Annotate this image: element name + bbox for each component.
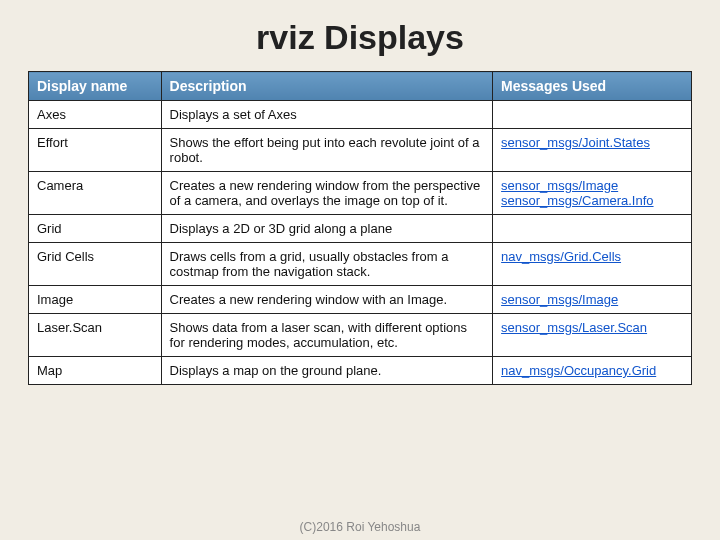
cell-messages: sensor_msgs/Joint.States (493, 129, 692, 172)
cell-messages (493, 215, 692, 243)
cell-messages: nav_msgs/Occupancy.Grid (493, 357, 692, 385)
cell-display-name: Grid (29, 215, 162, 243)
header-desc: Description (161, 72, 493, 101)
cell-display-name: Effort (29, 129, 162, 172)
table-row: Grid CellsDraws cells from a grid, usual… (29, 243, 692, 286)
cell-messages: nav_msgs/Grid.Cells (493, 243, 692, 286)
table-row: EffortShows the effort being put into ea… (29, 129, 692, 172)
cell-display-name: Laser.Scan (29, 314, 162, 357)
message-link[interactable]: sensor_msgs/Image (501, 178, 683, 193)
table-row: CameraCreates a new rendering window fro… (29, 172, 692, 215)
cell-messages: sensor_msgs/Imagesensor_msgs/Camera.Info (493, 172, 692, 215)
message-link[interactable]: nav_msgs/Occupancy.Grid (501, 363, 683, 378)
header-msgs: Messages Used (493, 72, 692, 101)
message-link[interactable]: sensor_msgs/Joint.States (501, 135, 683, 150)
cell-messages (493, 101, 692, 129)
table-header-row: Display name Description Messages Used (29, 72, 692, 101)
table-container: Display name Description Messages Used A… (28, 71, 692, 385)
message-link[interactable]: sensor_msgs/Image (501, 292, 683, 307)
cell-messages: sensor_msgs/Image (493, 286, 692, 314)
cell-display-name: Grid Cells (29, 243, 162, 286)
header-name: Display name (29, 72, 162, 101)
table-row: MapDisplays a map on the ground plane.na… (29, 357, 692, 385)
message-link[interactable]: sensor_msgs/Laser.Scan (501, 320, 683, 335)
cell-description: Creates a new rendering window with an I… (161, 286, 493, 314)
cell-display-name: Image (29, 286, 162, 314)
table-row: ImageCreates a new rendering window with… (29, 286, 692, 314)
page-title: rviz Displays (0, 0, 720, 71)
cell-display-name: Map (29, 357, 162, 385)
cell-description: Displays a set of Axes (161, 101, 493, 129)
table-row: AxesDisplays a set of Axes (29, 101, 692, 129)
cell-description: Creates a new rendering window from the … (161, 172, 493, 215)
table-row: Laser.ScanShows data from a laser scan, … (29, 314, 692, 357)
cell-messages: sensor_msgs/Laser.Scan (493, 314, 692, 357)
table-row: GridDisplays a 2D or 3D grid along a pla… (29, 215, 692, 243)
message-link[interactable]: sensor_msgs/Camera.Info (501, 193, 683, 208)
cell-description: Displays a map on the ground plane. (161, 357, 493, 385)
cell-display-name: Axes (29, 101, 162, 129)
cell-display-name: Camera (29, 172, 162, 215)
cell-description: Draws cells from a grid, usually obstacl… (161, 243, 493, 286)
footer-text: (C)2016 Roi Yehoshua (0, 520, 720, 534)
cell-description: Shows the effort being put into each rev… (161, 129, 493, 172)
message-link[interactable]: nav_msgs/Grid.Cells (501, 249, 683, 264)
cell-description: Shows data from a laser scan, with diffe… (161, 314, 493, 357)
displays-table: Display name Description Messages Used A… (28, 71, 692, 385)
cell-description: Displays a 2D or 3D grid along a plane (161, 215, 493, 243)
